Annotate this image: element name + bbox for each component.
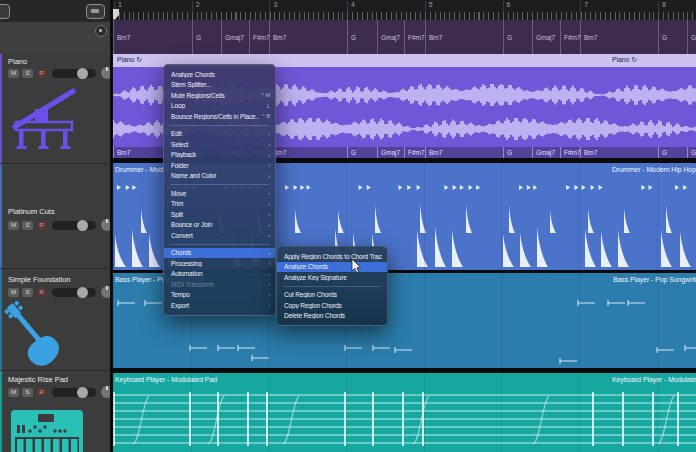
menu-item-label: Copy Region Chords (284, 302, 382, 309)
submenu-arrow-icon: › (268, 271, 270, 277)
chord-cell[interactable]: Gmaj7 (687, 147, 696, 158)
chord-cell[interactable]: G (503, 147, 512, 158)
pan-knob[interactable] (101, 67, 110, 79)
chords-submenu-item-copy-region-chords[interactable]: Copy Region Chords (277, 300, 387, 311)
chord-cell[interactable]: Bm7 (113, 147, 130, 158)
chord-cell[interactable]: Bm7 (580, 20, 597, 54)
pan-knob[interactable] (101, 286, 110, 298)
chord-cell[interactable]: G (658, 20, 667, 54)
chord-track-options-icon[interactable] (95, 25, 107, 37)
record-enable-button[interactable]: R (36, 69, 47, 78)
context-menu-item-name-and-color[interactable]: Name and Color› (164, 171, 275, 182)
record-enable-button[interactable]: R (36, 221, 47, 230)
context-menu-item-stem-splitter[interactable]: Stem Splitter... (164, 80, 275, 91)
menu-item-label: Mute Regions/Cells (171, 92, 258, 99)
chord-cell[interactable]: Gmaj7 (532, 147, 555, 158)
keyboard-notes (113, 373, 696, 452)
pan-knob[interactable] (101, 386, 110, 398)
context-menu-item-loop[interactable]: LoopL (164, 101, 275, 112)
context-menu-item-folder[interactable]: Folder› (164, 160, 275, 171)
chord-track-header[interactable] (0, 22, 110, 55)
context-menu-item-select[interactable]: Select› (164, 139, 275, 150)
submenu-arrow-icon: › (268, 302, 270, 308)
chord-cell[interactable]: F#m7 (249, 20, 270, 54)
chord-cell[interactable]: Gmaj7 (532, 20, 555, 54)
chords-submenu: Apply Region Chords to Chord TrackAnalyz… (276, 246, 388, 326)
chord-cell[interactable]: G (347, 147, 356, 158)
chord-cell[interactable]: F#m7 (560, 20, 581, 54)
menu-item-label: Delete Region Chords (284, 312, 382, 319)
context-menu-item-move[interactable]: Move› (164, 188, 275, 199)
submenu-arrow-icon: › (268, 152, 270, 158)
solo-button[interactable]: S (22, 221, 33, 230)
volume-slider[interactable] (52, 221, 96, 230)
chord-cell[interactable]: G (658, 147, 667, 158)
solo-button[interactable]: S (22, 388, 33, 397)
context-menu-item-convert[interactable]: Convert› (164, 230, 275, 241)
chord-cell[interactable]: Gmaj7 (221, 20, 244, 54)
toolbar-button-icon[interactable] (0, 4, 10, 19)
context-menu-item-mute-regions-cells[interactable]: Mute Regions/Cells^ M (164, 90, 275, 101)
chord-cell[interactable]: Gmaj7 (377, 20, 400, 54)
volume-slider-thumb[interactable] (77, 287, 88, 298)
bar-ruler[interactable]: 12345678 (113, 0, 696, 20)
chord-cell[interactable]: Bm7 (580, 147, 597, 158)
chord-cell[interactable]: Bm7 (113, 20, 130, 54)
chords-submenu-item-analyze-chords[interactable]: Analyze Chords (277, 262, 387, 273)
chord-cell[interactable]: Bm7 (269, 20, 286, 54)
track-header-platinum-cuts[interactable]: Platinum Cuts M S R (0, 164, 110, 269)
mute-button[interactable]: M (8, 69, 19, 78)
context-menu-item-bounce-or-join[interactable]: Bounce or Join› (164, 220, 275, 231)
chord-cell[interactable]: Bm7 (425, 20, 442, 54)
context-menu-item-processing[interactable]: Processing› (164, 258, 275, 269)
context-menu-separator (170, 184, 269, 185)
chords-submenu-item-analyze-key-signature[interactable]: Analyze Key Signature (277, 272, 387, 283)
track-header-panel: Piano M S R Platinum Cuts (0, 0, 110, 452)
menu-item-shortcut: ^ B (262, 113, 270, 119)
track-color-strip (0, 269, 2, 370)
musical-typing-icon[interactable] (86, 4, 105, 19)
menu-item-label: Loop (171, 102, 264, 109)
chord-cell[interactable]: F#m7 (560, 147, 581, 158)
chord-cell[interactable]: Gmaj7 (377, 147, 400, 158)
chord-cell[interactable]: G (503, 20, 512, 54)
volume-slider-thumb[interactable] (77, 387, 88, 398)
track-header-simple-foundation[interactable]: Simple Foundation M S R (0, 269, 110, 371)
context-menu-item-playback[interactable]: Playback› (164, 150, 275, 161)
mute-button[interactable]: M (8, 388, 19, 397)
volume-slider-thumb[interactable] (77, 220, 88, 231)
context-menu-item-automation[interactable]: Automation› (164, 269, 275, 280)
chord-cell[interactable]: G (192, 20, 201, 54)
keyboard-region[interactable]: Keyboard Player - Modulated Pad Keyboard… (113, 373, 696, 452)
mute-button[interactable]: M (8, 221, 19, 230)
chords-submenu-item-apply-region-chords-to-chord-track[interactable]: Apply Region Chords to Chord Track (277, 251, 387, 262)
context-menu-item-midi-transform: MIDI Transform› (164, 279, 275, 290)
context-menu-item-bounce-regions-cells-in-place[interactable]: Bounce Regions/Cells in Place...^ B (164, 111, 275, 122)
context-menu-item-tempo[interactable]: Tempo› (164, 290, 275, 301)
context-menu-item-trim[interactable]: Trim› (164, 199, 275, 210)
chords-submenu-item-delete-region-chords[interactable]: Delete Region Chords (277, 311, 387, 322)
context-menu-item-export[interactable]: Export› (164, 300, 275, 311)
volume-slider[interactable] (52, 388, 96, 397)
chord-cell[interactable]: Bm7 (425, 147, 442, 158)
track-header-piano[interactable]: Piano M S R (0, 54, 110, 164)
bass-guitar-icon (4, 293, 68, 371)
context-menu-item-chords[interactable]: Chords› (164, 248, 275, 259)
record-enable-button[interactable]: R (36, 388, 47, 397)
pan-knob[interactable] (101, 219, 110, 231)
chord-cell[interactable]: F#m7 (404, 20, 425, 54)
volume-slider-thumb[interactable] (77, 68, 88, 79)
volume-slider[interactable] (52, 69, 96, 78)
chord-cell[interactable]: G (347, 20, 356, 54)
context-menu-item-edit[interactable]: Edit› (164, 129, 275, 140)
context-menu-item-split[interactable]: Split› (164, 209, 275, 220)
track-header-majestic-rise-pad[interactable]: Majestic Rise Pad M S R (0, 371, 110, 452)
menu-item-label: Bounce or Join (171, 221, 265, 228)
submenu-arrow-icon: › (268, 211, 270, 217)
solo-button[interactable]: S (22, 69, 33, 78)
chord-cell[interactable]: Gmaj7 (687, 20, 696, 54)
chord-track[interactable]: Bm7GGmaj7F#m7Bm7GGmaj7F#m7Bm7GGmaj7F#m7B… (113, 20, 696, 55)
chord-cell[interactable]: F#m7 (404, 147, 425, 158)
chords-submenu-item-cut-region-chords[interactable]: Cut Region Chords (277, 290, 387, 301)
context-menu-item-analyze-chords[interactable]: Analyze Chords (164, 69, 275, 80)
